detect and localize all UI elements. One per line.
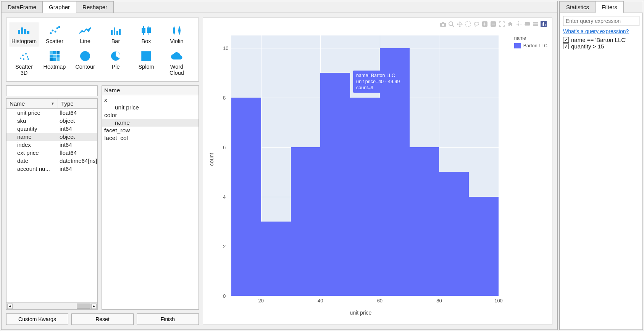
filter-expression: quantity > 15 [571,43,604,50]
reset-button[interactable]: Reset [71,313,134,325]
finish-button[interactable]: Finish [137,313,199,325]
filter-item[interactable]: ✓name == 'Barton LLC' [563,37,639,43]
modebar-zoomout-icon[interactable] [490,21,496,27]
chart-type-palette: HistogramScatterLineBarBoxViolinScatter … [6,18,199,82]
svg-point-34 [84,55,87,58]
column-type: float64 [58,109,97,116]
chart-type-label: Heatmap [40,64,69,70]
x-tick-label: 20 [258,298,264,304]
columns-and-bindings-row: Name ▼ Type unit pricefloat64skuobjectqu… [6,85,199,310]
main-tab-dataframe[interactable]: DataFrame [1,1,43,13]
column-type: datetime64[ns] [58,157,97,164]
chart-type-cloud[interactable]: Word Cloud [161,47,192,79]
histogram-bar[interactable] [231,98,261,296]
chart-type-box[interactable]: Box [131,22,161,47]
column-header-type[interactable]: Type [58,99,97,108]
query-expression-input[interactable] [563,16,639,26]
main-tab-grapher[interactable]: Grapher [42,1,76,13]
modebar-home-icon[interactable] [507,21,513,27]
left-column: HistogramScatterLineBarBoxViolinScatter … [6,18,199,325]
chart-type-pie[interactable]: Pie [100,47,131,79]
chart-type-scatter3d[interactable]: Scatter 3D [9,47,39,79]
column-row[interactable]: skuobject [6,117,97,125]
svg-rect-50 [466,22,470,26]
modebar-zoom-icon[interactable] [448,21,454,27]
chart-type-bar[interactable]: Bar [100,22,131,47]
chart-type-histogram[interactable]: Histogram [9,22,39,47]
chart-type-contour[interactable]: Contour [70,47,100,79]
y-tick-label: 10 [223,45,228,51]
modebar-compare-icon[interactable] [532,21,538,27]
chart-type-scatter[interactable]: Scatter [39,22,70,47]
side-tab-filters[interactable]: Filters [595,1,624,13]
modebar-select-icon[interactable] [465,21,471,27]
column-row[interactable]: account nu...int64 [6,165,97,173]
column-row[interactable]: indexint64 [6,141,97,149]
column-row[interactable]: nameobject [6,133,97,141]
histogram-bar[interactable] [291,147,321,296]
binding-slot-color[interactable]: color [104,111,196,119]
svg-marker-60 [524,24,525,25]
svg-rect-30 [53,58,56,61]
column-type: int64 [58,125,97,132]
column-row[interactable]: ext pricefloat64 [6,149,97,157]
column-name: date [16,157,58,164]
axis-bindings-tree[interactable]: Name xunit pricecolornamefacet_rowfacet_… [102,85,199,310]
legend-item[interactable]: Barton LLC [514,43,547,48]
svg-point-6 [55,31,56,33]
histogram-bar[interactable] [320,73,350,296]
custom-kwargs-button[interactable]: Custom Kwargs [6,313,68,325]
modebar-plotly-icon[interactable] [541,21,547,27]
hscroll-left-button[interactable]: ◄ [7,304,13,309]
modebar-autoscale-icon[interactable] [499,21,505,27]
modebar-hover-icon[interactable] [524,21,530,27]
plot-area[interactable]: 024681020406080100countunit pricename=Ba… [223,35,499,304]
modebar-camera-icon[interactable] [440,21,446,27]
main-tabbar: DataFrameGrapherReshaper [1,1,557,13]
chart-type-line[interactable]: Line [70,22,100,47]
svg-rect-26 [50,55,53,58]
binding-slot-facet_col[interactable]: facet_col [104,134,196,142]
binding-slot-x[interactable]: x [104,96,196,104]
column-row[interactable]: unit pricefloat64 [6,109,97,117]
hscroll-thumb[interactable] [77,304,90,309]
svg-point-18 [22,55,24,56]
column-grid-header[interactable]: Name ▼ Type [6,99,97,109]
query-help-link[interactable]: What's a query expression? [563,28,639,34]
histogram-bar[interactable] [469,197,499,296]
chart-type-splom[interactable]: Splom [131,47,161,79]
filter-checkbox[interactable]: ✓ [563,37,569,43]
chart-type-label: Splom [131,64,161,70]
chart-type-label: Pie [101,64,131,70]
y-tick-label: 8 [223,95,226,100]
filters-tab-body: What's a query expression? ✓name == 'Bar… [560,13,643,330]
histogram-bar[interactable] [410,147,439,296]
chart-type-heatmap[interactable]: Heatmap [39,47,70,79]
histogram-bar[interactable] [439,172,469,296]
main-tab-reshaper[interactable]: Reshaper [76,1,114,13]
chart-type-violin[interactable]: Violin [161,22,192,47]
modebar-lasso-icon[interactable] [473,21,479,27]
modebar-spike-icon[interactable] [515,21,521,27]
modebar-pan-icon[interactable] [457,21,463,27]
binding-value[interactable]: name [102,119,199,127]
binding-value[interactable]: unit price [104,104,196,111]
histogram-bar[interactable] [350,98,380,296]
column-grid-body[interactable]: unit pricefloat64skuobjectquantityint64n… [6,109,97,302]
histogram-bar[interactable] [261,222,291,296]
column-row[interactable]: datedatetime64[ns] [6,157,97,165]
filter-item[interactable]: ✓quantity > 15 [563,43,639,50]
column-grid-hscrollbar[interactable]: ◄ ► [6,302,97,309]
svg-rect-56 [492,24,495,24]
column-search-input[interactable] [6,85,98,96]
column-grid[interactable]: Name ▼ Type unit pricefloat64skuobjectqu… [6,98,98,310]
svg-rect-12 [119,29,121,35]
hscroll-track[interactable] [13,304,90,309]
binding-slot-facet_row[interactable]: facet_row [104,127,196,134]
hscroll-right-button[interactable]: ► [91,304,97,309]
side-tab-statistics[interactable]: Statistics [560,1,596,13]
modebar-zoomin-icon[interactable] [482,21,488,27]
column-header-name[interactable]: Name ▼ [6,99,58,108]
filter-checkbox[interactable]: ✓ [563,43,569,49]
column-row[interactable]: quantityint64 [6,125,97,133]
